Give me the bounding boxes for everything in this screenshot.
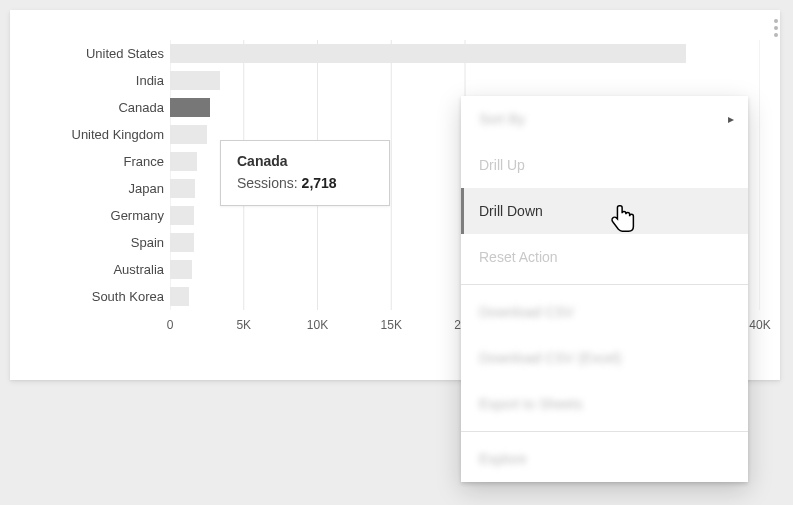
bar-india[interactable] [170,71,220,90]
bar-germany[interactable] [170,206,194,225]
menu-item-drill-up: Drill Up [461,142,748,188]
x-tick-label: 40K [749,318,770,332]
tooltip-metric-value: 2,718 [302,175,337,191]
menu-item-sort-by[interactable]: Sort By [461,96,748,142]
kebab-dot [774,26,778,30]
menu-item-label: Drill Up [479,157,525,173]
y-tick-label: Canada [34,100,164,115]
y-tick-label: France [34,154,164,169]
menu-item-label: Export to Sheets [479,396,583,412]
x-tick-label: 15K [381,318,402,332]
y-tick-label: Australia [34,262,164,277]
bar-spain[interactable] [170,233,194,252]
y-tick-label: Japan [34,181,164,196]
menu-separator [461,284,748,285]
y-tick-label: Spain [34,235,164,250]
y-tick-label: United Kingdom [34,127,164,142]
tooltip-metric-label: Sessions: [237,175,298,191]
menu-separator [461,431,748,432]
x-tick-label: 5K [236,318,251,332]
kebab-dot [774,19,778,23]
tooltip-metric: Sessions: 2,718 [237,175,373,191]
menu-item-download-csv[interactable]: Download CSV [461,289,748,335]
menu-item-label: Explore [479,451,526,467]
bar-canada[interactable] [170,98,210,117]
bar-south-korea[interactable] [170,287,189,306]
y-tick-label: United States [34,46,164,61]
bar-united-states[interactable] [170,44,686,63]
menu-item-label: Drill Down [479,203,543,219]
y-tick-label: Germany [34,208,164,223]
bar-france[interactable] [170,152,197,171]
bar-australia[interactable] [170,260,192,279]
card-overflow-menu-button[interactable] [769,16,783,40]
menu-item-export-to-sheets[interactable]: Export to Sheets [461,381,748,427]
tooltip-title: Canada [237,153,373,169]
menu-item-label: Sort By [479,111,525,127]
menu-item-label: Reset Action [479,249,558,265]
context-menu: Sort By Drill Up Drill Down Reset Action… [461,96,748,482]
menu-item-label: Download CSV (Excel) [479,350,621,366]
kebab-dot [774,33,778,37]
menu-item-explore[interactable]: Explore [461,436,748,482]
menu-item-drill-down[interactable]: Drill Down [461,188,748,234]
chart-tooltip: Canada Sessions: 2,718 [220,140,390,206]
menu-item-download-csv-excel[interactable]: Download CSV (Excel) [461,335,748,381]
x-tick-label: 0 [167,318,174,332]
bar-united-kingdom[interactable] [170,125,207,144]
menu-item-label: Download CSV [479,304,574,320]
y-tick-label: India [34,73,164,88]
bar-japan[interactable] [170,179,195,198]
menu-item-reset-action: Reset Action [461,234,748,280]
x-tick-label: 10K [307,318,328,332]
y-tick-label: South Korea [34,289,164,304]
